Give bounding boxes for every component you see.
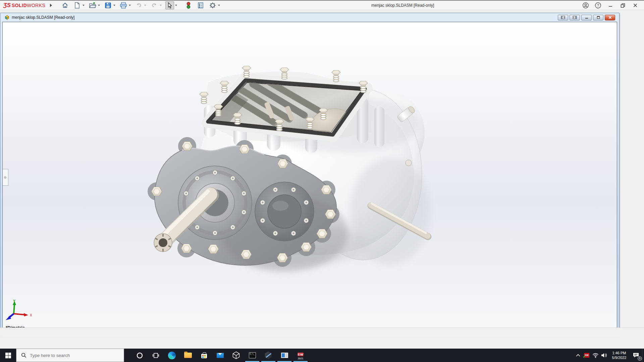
doc-restore-button[interactable] (593, 15, 603, 20)
start-button[interactable] (0, 349, 16, 362)
doc-left-pane-button[interactable] (558, 15, 568, 20)
solidworks-2021-icon: SW 2021 (298, 351, 303, 360)
taskbar: C:\_ SW 2021 (0, 349, 644, 362)
doc-minimize-button[interactable] (581, 15, 592, 20)
sw-logo-year: 2021 (298, 357, 303, 360)
app-window-button[interactable] (276, 349, 292, 362)
redo-button[interactable] (150, 1, 159, 9)
document-window-controls (558, 15, 615, 20)
open-dropdown[interactable] (97, 1, 101, 9)
3d-viewer-button[interactable] (228, 349, 244, 362)
volume-icon (601, 353, 607, 358)
app-window-icon (281, 353, 288, 358)
command-prompt-icon: C:\_ (249, 352, 256, 358)
solidworks-logo: ƷS SOLID WORKS (0, 2, 45, 9)
solidworks-2021-button[interactable]: SW 2021 (292, 349, 309, 362)
task-view-icon (153, 353, 159, 358)
home-icon (62, 2, 68, 9)
solidworks-tray-icon: SW✓ (584, 353, 589, 358)
edge-icon (168, 352, 176, 359)
screen: ƷS SOLID WORKS (0, 0, 644, 362)
mail-button[interactable] (212, 349, 228, 362)
document-titlebar[interactable]: menjac sklop.SLDASM [Read-only] (2, 13, 617, 22)
hidden-icons-button[interactable] (574, 349, 582, 362)
redo-dropdown[interactable] (159, 1, 163, 9)
save-dropdown[interactable] (112, 1, 116, 9)
system-tray: SW✓ 1:46 PM 5/9/2022 (574, 349, 644, 362)
help-button[interactable]: ? (594, 1, 602, 9)
action-center-button[interactable]: 1 (630, 349, 642, 362)
side-bearing-cover (255, 182, 314, 241)
command-prompt-button[interactable]: C:\_ (244, 349, 260, 362)
save-icon (105, 2, 111, 9)
minimize-icon (608, 3, 613, 8)
undo-button[interactable] (135, 1, 143, 9)
minimize-button[interactable] (606, 1, 614, 9)
doc-close-button[interactable] (605, 15, 615, 20)
select-tool-dropdown[interactable] (174, 1, 178, 9)
restore-button[interactable] (619, 1, 627, 9)
account-icon (582, 2, 589, 9)
doc-close-icon (608, 16, 612, 19)
selection-filter-button[interactable] (184, 1, 193, 9)
solidworks-tray-button[interactable]: SW✓ (582, 349, 591, 362)
print-button[interactable] (119, 1, 128, 9)
clock-time: 1:46 PM (609, 351, 629, 355)
windows-logo-icon (5, 353, 11, 358)
microsoft-store-button[interactable] (196, 349, 212, 362)
document-title: menjac sklop.SLDASM [Read-only] (12, 15, 558, 20)
account-button[interactable] (582, 1, 590, 9)
document-window: menjac sklop.SLDASM [Read-only] (0, 13, 620, 337)
workspace: menjac sklop.SLDASM [Read-only] (0, 11, 644, 349)
cortana-button[interactable] (131, 349, 148, 362)
close-button[interactable] (631, 1, 639, 9)
file-properties-icon (197, 2, 204, 9)
solidworks-logo-mark: ƷS (3, 2, 11, 9)
taskbar-apps: C:\_ SW 2021 (131, 349, 309, 362)
taskbar-clock[interactable]: 1:46 PM 5/9/2022 (608, 351, 630, 360)
mail-icon (217, 353, 224, 358)
graphics-viewport[interactable]: Y X *Dimetric (2, 22, 617, 334)
show-desktop-button[interactable] (642, 349, 644, 362)
wifi-icon (592, 353, 599, 358)
doc-minimize-icon (585, 16, 589, 19)
task-view-button[interactable] (148, 349, 164, 362)
check-icon: ✓ (583, 354, 586, 359)
edge-button[interactable] (164, 349, 180, 362)
taskbar-search[interactable] (16, 349, 124, 362)
print-dropdown[interactable] (128, 1, 132, 9)
open-button[interactable] (88, 1, 97, 9)
window-controls: ? (582, 1, 644, 9)
menu-expand-arrow-icon[interactable] (50, 4, 52, 7)
select-tool-button[interactable] (165, 1, 174, 9)
help-glyph: ? (597, 3, 599, 7)
volume-button[interactable] (600, 349, 608, 362)
doc-right-pane-button[interactable] (570, 15, 580, 20)
save-button[interactable] (104, 1, 112, 9)
wifi-button[interactable] (591, 349, 600, 362)
print-icon (120, 2, 127, 9)
options-button[interactable] (208, 1, 217, 9)
undo-dropdown[interactable] (143, 1, 147, 9)
chevron-up-icon (576, 354, 580, 357)
hexagon-app-button[interactable] (260, 349, 276, 362)
search-icon (21, 353, 26, 358)
notification-badge: 1 (638, 356, 642, 361)
undo-icon (136, 2, 142, 9)
sw-logo-letters: SW (298, 353, 303, 356)
options-dropdown[interactable] (217, 1, 221, 9)
new-document-button[interactable] (73, 1, 82, 9)
file-properties-button[interactable] (196, 1, 205, 9)
file-explorer-icon (184, 353, 192, 358)
featuremanager-collapsed-tab[interactable] (3, 169, 8, 186)
home-button[interactable] (61, 1, 69, 9)
gear-icon (209, 2, 216, 9)
new-document-icon (74, 2, 80, 9)
file-explorer-button[interactable] (180, 349, 196, 362)
search-input[interactable] (30, 353, 114, 358)
right-pane-icon (573, 16, 577, 19)
new-document-dropdown[interactable] (82, 1, 86, 9)
quick-access-toolbar (61, 1, 224, 9)
restore-icon (620, 3, 626, 8)
triad-x-label: X (30, 313, 32, 317)
